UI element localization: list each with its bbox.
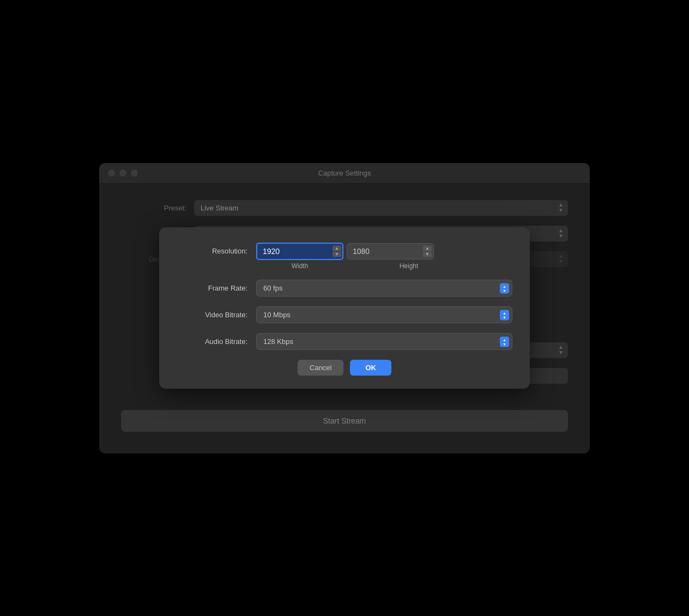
resolution-fields: ▲ ▼ ▲ ▼ — [256, 243, 452, 260]
width-sublabel: Width — [256, 262, 343, 270]
dialog-overlay: Resolution: ▲ ▼ ▲ — [99, 163, 590, 454]
resolution-label: Resolution: — [177, 243, 247, 255]
audio-bitrate-select[interactable]: 128 Kbps — [256, 333, 512, 350]
width-down-arrow[interactable]: ▼ — [333, 252, 341, 257]
height-input-wrap: ▲ ▼ — [347, 243, 434, 259]
height-sublabel: Height — [365, 262, 452, 270]
width-stepper: ▲ ▼ — [333, 246, 341, 257]
video-bitrate-select[interactable]: 10 Mbps — [256, 306, 512, 323]
resolution-row: Resolution: ▲ ▼ ▲ — [177, 243, 512, 270]
capture-settings-window: Capture Settings Preset: Live Stream ▲▼ … — [99, 163, 590, 454]
resolution-dialog: Resolution: ▲ ▼ ▲ — [159, 227, 530, 389]
dialog-buttons: Cancel OK — [177, 360, 512, 376]
audio-bitrate-row: Audio Bitrate: 128 Kbps ▲▼ — [177, 333, 512, 350]
height-down-arrow[interactable]: ▼ — [423, 252, 432, 257]
width-up-arrow[interactable]: ▲ — [333, 246, 341, 251]
audio-bitrate-label: Audio Bitrate: — [177, 333, 247, 346]
frame-rate-select[interactable]: 60 fps — [256, 280, 512, 297]
cancel-button[interactable]: Cancel — [298, 360, 343, 376]
frame-rate-select-wrap: 60 fps ▲▼ — [256, 280, 512, 297]
frame-rate-row: Frame Rate: 60 fps ▲▼ — [177, 280, 512, 297]
resolution-inputs: ▲ ▼ ▲ ▼ Width — [256, 243, 452, 270]
video-bitrate-row: Video Bitrate: 10 Mbps ▲▼ — [177, 306, 512, 323]
ok-button[interactable]: OK — [350, 360, 391, 376]
width-input[interactable] — [256, 243, 343, 260]
resolution-sublabels: Width Height — [256, 262, 452, 270]
width-input-wrap: ▲ ▼ — [256, 243, 343, 260]
height-input[interactable] — [347, 243, 434, 259]
frame-rate-label: Frame Rate: — [177, 280, 247, 292]
height-stepper: ▲ ▼ — [423, 246, 432, 257]
video-bitrate-label: Video Bitrate: — [177, 306, 247, 319]
video-bitrate-select-wrap: 10 Mbps ▲▼ — [256, 306, 512, 323]
audio-bitrate-select-wrap: 128 Kbps ▲▼ — [256, 333, 512, 350]
height-up-arrow[interactable]: ▲ — [423, 246, 432, 251]
